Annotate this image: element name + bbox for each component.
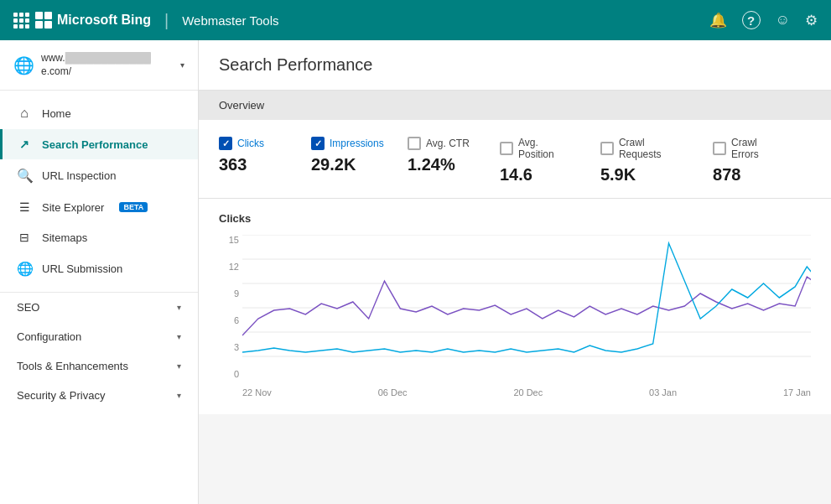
crawl-requests-checkbox-row: Crawl Requests — [600, 137, 686, 160]
impressions-value: 29.2K — [311, 155, 381, 174]
crawl-requests-value: 5.9K — [600, 165, 686, 184]
help-icon[interactable]: ? — [742, 11, 761, 29]
avg-ctr-label: Avg. CTR — [426, 138, 470, 149]
security-label: Security & Privacy — [17, 389, 105, 402]
sidebar-item-site-explorer[interactable]: ☰ Site Explorer BETA — [0, 192, 198, 222]
list-icon: ☰ — [17, 200, 32, 214]
y-label-6: 6 — [219, 315, 239, 325]
overview-label: Overview — [219, 99, 264, 112]
url-end: e.com/ — [41, 65, 71, 77]
chart-area: Clicks 15 12 9 6 3 0 — [199, 199, 831, 414]
tools-chevron-icon: ▾ — [177, 361, 181, 371]
overview-bar: Overview — [199, 91, 831, 120]
topnav-right: 🔔 ? ☺ ⚙ — [709, 11, 818, 29]
avg-position-checkbox[interactable] — [500, 142, 513, 155]
tools-label: Tools & Enhancements — [17, 360, 128, 372]
sidebar-label-site-explorer: Site Explorer — [42, 201, 104, 214]
metric-crawl-requests: Crawl Requests 5.9K — [600, 137, 713, 184]
sidebar-section-seo[interactable]: SEO ▾ — [0, 293, 198, 322]
chart-inner: 22 Nov 06 Dec 20 Dec 03 Jan 17 Jan — [242, 235, 811, 397]
crawl-errors-value: 878 — [713, 165, 784, 184]
nav-items: ⌂ Home ↗ Search Performance 🔍 URL Inspec… — [0, 91, 198, 504]
metric-clicks: Clicks 363 — [219, 137, 311, 184]
sidebar-label-sitemaps: Sitemaps — [42, 231, 87, 244]
sidebar-section-tools[interactable]: Tools & Enhancements ▾ — [0, 351, 198, 381]
windows-icon — [35, 12, 52, 29]
x-label-20dec: 20 Dec — [513, 387, 543, 397]
clicks-value: 363 — [219, 155, 284, 174]
y-axis: 15 12 9 6 3 0 — [219, 235, 242, 397]
sidebar-label-search-performance: Search Performance — [42, 138, 148, 151]
crawl-errors-checkbox-row: Crawl Errors — [713, 137, 784, 160]
y-label-9: 9 — [219, 288, 239, 299]
home-icon: ⌂ — [17, 106, 32, 121]
sidebar-section-security[interactable]: Security & Privacy ▾ — [0, 381, 198, 410]
main-content: Search Performance Overview Clicks 363 — [199, 40, 831, 504]
purple-line — [242, 277, 811, 335]
security-chevron-icon: ▾ — [177, 391, 181, 400]
avg-position-label: Avg. Position — [518, 137, 574, 160]
sidebar-item-url-inspection[interactable]: 🔍 URL Inspection — [0, 159, 198, 192]
configuration-chevron-icon: ▾ — [177, 332, 181, 341]
crawl-requests-label: Crawl Requests — [619, 137, 686, 160]
configuration-label: Configuration — [17, 330, 81, 343]
site-url: www.████████████ e.com/ — [41, 52, 174, 78]
x-axis: 22 Nov 06 Dec 20 Dec 03 Jan 17 Jan — [242, 384, 811, 397]
settings-icon[interactable]: ⚙ — [805, 12, 818, 29]
y-label-12: 12 — [219, 262, 239, 272]
beta-badge: BETA — [119, 202, 148, 212]
avg-position-checkbox-row: Avg. Position — [500, 137, 574, 160]
avg-ctr-value: 1.24% — [408, 155, 473, 174]
sidebar-item-search-performance[interactable]: ↗ Search Performance — [0, 129, 198, 159]
y-label-15: 15 — [219, 235, 239, 245]
bell-icon[interactable]: 🔔 — [709, 12, 727, 29]
topnav-left: Microsoft Bing | Webmaster Tools — [13, 11, 709, 30]
impressions-checkbox-row: Impressions — [311, 137, 381, 150]
sidebar-item-home[interactable]: ⌂ Home — [0, 97, 198, 129]
site-selector[interactable]: 🌐 www.████████████ e.com/ ▾ — [0, 40, 198, 91]
crawl-errors-label: Crawl Errors — [731, 137, 784, 160]
globe-icon: 🌐 — [13, 55, 34, 75]
x-label-17jan: 17 Jan — [783, 387, 811, 397]
sidebar-section-configuration[interactable]: Configuration ▾ — [0, 322, 198, 351]
avg-ctr-checkbox[interactable] — [408, 137, 421, 150]
sidebar-label-url-inspection: URL Inspection — [42, 169, 116, 182]
url-redacted: ████████████ — [65, 52, 151, 64]
metric-avg-position: Avg. Position 14.6 — [500, 137, 600, 184]
y-label-3: 3 — [219, 342, 239, 352]
page-title: Search Performance — [219, 55, 811, 75]
sidebar-item-sitemaps[interactable]: ⊟ Sitemaps — [0, 222, 198, 252]
smiley-icon[interactable]: ☺ — [776, 12, 790, 29]
sidebar-label-home: Home — [42, 107, 71, 120]
sidebar-item-url-submission[interactable]: 🌐 URL Submission — [0, 252, 198, 285]
avg-ctr-checkbox-row: Avg. CTR — [408, 137, 473, 150]
page-header: Search Performance — [199, 40, 831, 91]
clicks-checkbox-row: Clicks — [219, 137, 284, 150]
impressions-label: Impressions — [330, 138, 384, 149]
topnav-logo: Microsoft Bing — [35, 12, 151, 29]
metric-avg-ctr: Avg. CTR 1.24% — [408, 137, 500, 184]
crawl-requests-checkbox[interactable] — [600, 142, 614, 155]
sidebar-label-url-submission: URL Submission — [42, 262, 122, 275]
apps-icon[interactable] — [13, 13, 29, 29]
trending-icon: ↗ — [17, 138, 32, 151]
crawl-errors-checkbox[interactable] — [713, 142, 726, 155]
topnav-separator: | — [164, 11, 169, 30]
layout: 🌐 www.████████████ e.com/ ▾ ⌂ Home ↗ Sea… — [0, 40, 831, 504]
clicks-checkbox[interactable] — [219, 137, 232, 150]
impressions-checkbox[interactable] — [311, 137, 325, 150]
search-icon: 🔍 — [17, 168, 32, 184]
metric-impressions: Impressions 29.2K — [311, 137, 408, 184]
metrics-row: Clicks 363 Impressions 29.2K Avg. CTR — [199, 120, 831, 199]
sidebar: 🌐 www.████████████ e.com/ ▾ ⌂ Home ↗ Sea… — [0, 40, 199, 504]
chart-title: Clicks — [219, 212, 811, 225]
url-start: www. — [41, 52, 65, 64]
avg-position-value: 14.6 — [500, 165, 574, 184]
clicks-label: Clicks — [237, 138, 264, 149]
seo-label: SEO — [17, 301, 39, 314]
product-name: Webmaster Tools — [182, 13, 278, 28]
x-label-22nov: 22 Nov — [242, 387, 272, 397]
y-label-0: 0 — [219, 369, 239, 379]
content-area: Overview Clicks 363 Impressions 29.2K — [199, 91, 831, 414]
topnav: Microsoft Bing | Webmaster Tools 🔔 ? ☺ ⚙ — [0, 0, 831, 40]
